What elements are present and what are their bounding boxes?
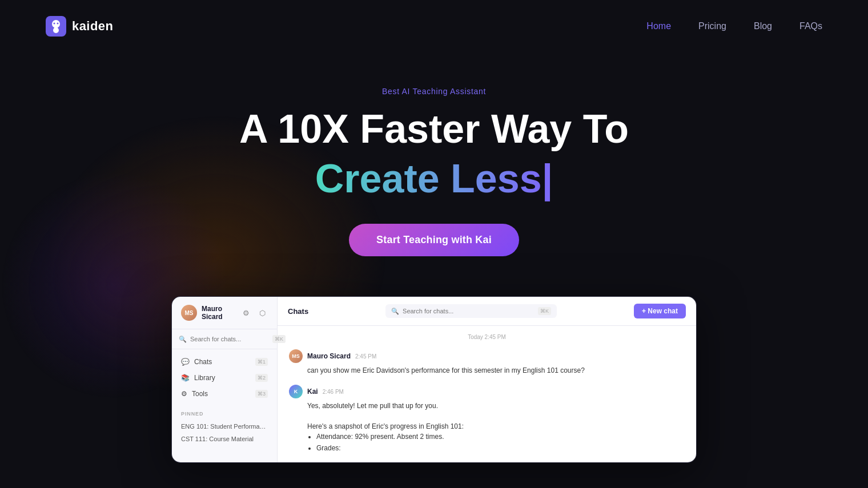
user-message-avatar: MS — [289, 349, 303, 363]
pinned-section: PINNED ENG 101: Student Performannce ...… — [172, 406, 277, 447]
sidebar-icons: ⚙ ⬡ — [240, 307, 268, 318]
typed-text: Create Less — [315, 156, 542, 201]
sidebar-search[interactable]: 🔍 ⌘K — [172, 329, 277, 349]
app-preview: MS Mauro Sicard ⚙ ⬡ 🔍 ⌘K — [171, 296, 697, 463]
nav-item-chats-label: Chats — [194, 358, 212, 366]
kai-message-time: 2:46 PM — [323, 389, 344, 395]
nav-item-tools-label: Tools — [192, 390, 208, 398]
nav-item-chats[interactable]: 💬 Chats ⌘1 — [172, 354, 277, 370]
nav-item-library-label: Library — [194, 374, 215, 382]
sidebar-nav: 💬 Chats ⌘1 📚 Library ⌘2 — [172, 349, 277, 406]
settings-icon[interactable]: ⚙ — [240, 307, 252, 318]
navbar: kaiden Home Pricing Blog FAQs — [0, 0, 868, 53]
chat-search-input[interactable] — [403, 308, 535, 314]
nav-link-home[interactable]: Home — [646, 21, 671, 31]
pinned-item-0[interactable]: ENG 101: Student Performannce ... — [181, 420, 268, 433]
svg-point-2 — [54, 23, 55, 25]
tools-icon: ⚙ — [181, 390, 187, 398]
svg-point-3 — [57, 23, 59, 25]
chat-title: Chats — [288, 307, 308, 316]
svg-point-1 — [52, 20, 60, 28]
message-block-kai: K Kai 2:46 PM Yes, absolutely! Let me pu… — [289, 385, 685, 454]
nav-item-library[interactable]: 📚 Library ⌘2 — [172, 370, 277, 386]
cta-button[interactable]: Start Teaching with Kai — [349, 224, 519, 256]
message-header-kai: K Kai 2:46 PM — [289, 385, 685, 398]
chats-icon: 💬 — [181, 358, 190, 366]
user-message-sender: Mauro Sicard — [307, 352, 351, 360]
message-header-user: MS Mauro Sicard 2:45 PM — [289, 349, 685, 363]
nav-link-blog[interactable]: Blog — [754, 21, 772, 31]
nav-links: Home Pricing Blog FAQs — [646, 21, 822, 31]
library-shortcut: ⌘2 — [255, 374, 268, 382]
nav-link-pricing[interactable]: Pricing — [698, 21, 726, 31]
svg-rect-4 — [53, 27, 59, 33]
nav-link-faqs[interactable]: FAQs — [799, 21, 822, 31]
hero-title-line1: A 10X Faster Way To — [23, 107, 845, 151]
kai-message-avatar: K — [289, 385, 303, 398]
chat-area: Chats 🔍 ⌘K + New chat Today 2:45 PM MS — [278, 297, 696, 462]
hero-title-line2: Create Less| — [23, 157, 845, 201]
logo-icon — [46, 16, 66, 37]
chat-timestamp: Today 2:45 PM — [289, 334, 685, 340]
layout-icon[interactable]: ⬡ — [256, 307, 268, 318]
user-message-text: can you show me Eric Davidson's performa… — [307, 365, 685, 376]
svg-rect-6 — [57, 26, 58, 29]
message-block-user: MS Mauro Sicard 2:45 PM can you show me … — [289, 349, 685, 376]
logo[interactable]: kaiden — [46, 16, 113, 37]
library-icon: 📚 — [181, 374, 190, 382]
chat-search[interactable]: 🔍 ⌘K — [385, 304, 557, 318]
pinned-label: PINNED — [181, 411, 268, 417]
sidebar-header: MS Mauro Sicard ⚙ ⬡ — [172, 297, 277, 329]
svg-rect-5 — [54, 26, 55, 29]
sidebar-search-input[interactable] — [190, 336, 269, 342]
search-icon: 🔍 — [179, 336, 187, 343]
chat-header: Chats 🔍 ⌘K + New chat — [278, 297, 696, 326]
chat-search-shortcut: ⌘K — [538, 307, 551, 315]
sidebar: MS Mauro Sicard ⚙ ⬡ 🔍 ⌘K — [172, 297, 278, 462]
new-chat-button[interactable]: + New chat — [634, 304, 686, 318]
user-avatar: MS — [181, 305, 197, 321]
nav-item-tools[interactable]: ⚙ Tools ⌘3 — [172, 386, 277, 402]
kai-message-text: Yes, absolutely! Let me pull that up for… — [307, 401, 685, 454]
tools-shortcut: ⌘3 — [255, 390, 268, 398]
chat-messages: Today 2:45 PM MS Mauro Sicard 2:45 PM ca… — [278, 326, 696, 462]
typing-cursor: | — [542, 156, 553, 201]
app-window: MS Mauro Sicard ⚙ ⬡ 🔍 ⌘K — [172, 297, 696, 462]
logo-text: kaiden — [72, 19, 113, 34]
hero-badge: Best AI Teaching Assistant — [23, 87, 845, 96]
hero-section: Best AI Teaching Assistant A 10X Faster … — [0, 53, 868, 285]
user-message-time: 2:45 PM — [355, 353, 376, 360]
sidebar-user: MS Mauro Sicard — [181, 305, 240, 321]
app-preview-container: MS Mauro Sicard ⚙ ⬡ 🔍 ⌘K — [0, 296, 868, 463]
user-name: Mauro Sicard — [202, 305, 240, 321]
chat-search-icon: 🔍 — [391, 308, 399, 315]
pinned-item-1[interactable]: CST 111: Course Material — [181, 433, 268, 445]
chats-shortcut: ⌘1 — [255, 358, 268, 366]
kai-message-sender: Kai — [307, 388, 318, 396]
